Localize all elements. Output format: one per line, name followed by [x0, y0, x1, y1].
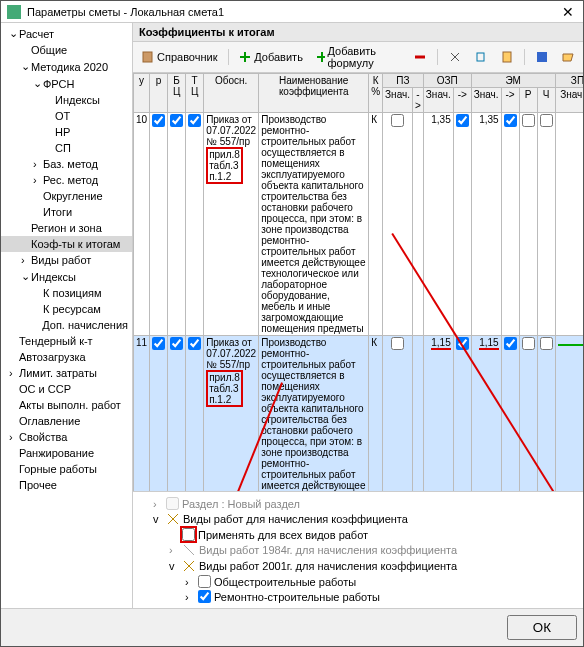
sidebar-item[interactable]: ⌄ФРСН	[1, 75, 132, 92]
toolbar-open-button[interactable]	[557, 49, 579, 65]
cut-icon	[448, 50, 462, 64]
tools-icon	[182, 559, 196, 573]
svg-rect-0	[143, 52, 152, 62]
toolbar-ref-button[interactable]: Справочник	[137, 49, 222, 65]
formula-icon	[315, 50, 326, 64]
apply-all-checkbox[interactable]	[182, 528, 195, 541]
sidebar-item[interactable]: ›Свойства	[1, 429, 132, 445]
col-tc[interactable]: Т Ц	[186, 74, 204, 113]
toolbar-save-button[interactable]	[531, 49, 553, 65]
app-icon	[7, 5, 21, 19]
col-ozp[interactable]: ОЗП	[423, 74, 471, 88]
sidebar-item[interactable]: НР	[1, 124, 132, 140]
bt-1984[interactable]: › Виды работ 1984г. для начисления коэфф…	[137, 542, 579, 558]
col-zpm[interactable]: ЗПМ	[555, 74, 583, 88]
sidebar-item[interactable]: ›Баз. метод	[1, 156, 132, 172]
sidebar-item[interactable]: Общие	[1, 42, 132, 58]
sidebar-item[interactable]: К позициям	[1, 285, 132, 301]
book-icon	[141, 50, 155, 64]
plus-icon	[238, 50, 252, 64]
bt-remont[interactable]: › Ремонтно-строительные работы	[137, 589, 579, 604]
sidebar-item[interactable]: Тендерный к-т	[1, 333, 132, 349]
bottom-tree[interactable]: › Раздел : Новый раздел v Виды работ для…	[133, 491, 583, 608]
open-icon	[561, 50, 575, 64]
ok-button[interactable]: ОК	[507, 615, 577, 640]
titlebar: Параметры сметы - Локальная смета1 ✕	[1, 1, 583, 23]
sidebar-item[interactable]: К ресурсам	[1, 301, 132, 317]
sidebar-item[interactable]: Индексы	[1, 92, 132, 108]
copy-icon	[474, 50, 488, 64]
toolbar-add-formula-button[interactable]: Добавить формулу	[311, 44, 406, 70]
toolbar-cut-button[interactable]	[444, 49, 466, 65]
sidebar-item[interactable]: Округление	[1, 188, 132, 204]
tools-icon	[166, 512, 180, 526]
sidebar-item[interactable]: СП	[1, 140, 132, 156]
sidebar-item[interactable]: ›Рес. метод	[1, 172, 132, 188]
tools-icon	[182, 543, 196, 557]
panel-title: Коэффициенты к итогам	[133, 23, 583, 42]
save-icon	[535, 50, 549, 64]
minus-icon	[413, 50, 427, 64]
sidebar-item[interactable]: ⌄Расчет	[1, 25, 132, 42]
sidebar-item[interactable]: Автозагрузка	[1, 349, 132, 365]
sidebar-item[interactable]: ОС и ССР	[1, 381, 132, 397]
sidebar-item[interactable]: Ранжирование	[1, 445, 132, 461]
sidebar-item[interactable]: Оглавление	[1, 413, 132, 429]
toolbar-paste-button[interactable]	[496, 49, 518, 65]
sidebar-item[interactable]: Горные работы	[1, 461, 132, 477]
table-row[interactable]: 10Приказ от07.07.2022№ 557/прприл.8табл.…	[134, 113, 584, 336]
toolbar-delete-button[interactable]	[409, 49, 431, 65]
col-pz[interactable]: ПЗ	[383, 74, 424, 88]
svg-rect-2	[503, 52, 511, 62]
sidebar-tree[interactable]: ⌄РасчетОбщие⌄Методика 2020⌄ФРСНИндексыОТ…	[1, 23, 133, 608]
bt-vidy-root[interactable]: v Виды работ для начисления коэффициента	[137, 511, 579, 527]
grid-area[interactable]: у р Б Ц Т Ц Обосн. Наименование коэффици…	[133, 73, 583, 491]
sidebar-item[interactable]: Коэф-ты к итогам	[1, 236, 132, 252]
col-name[interactable]: Наименование коэффициента	[259, 74, 369, 113]
sidebar-item[interactable]: Прочее	[1, 477, 132, 493]
footer: ОК	[1, 608, 583, 646]
bt-apply-all[interactable]: Применять для всех видов работ	[137, 527, 579, 542]
sidebar-item[interactable]: ›Лимит. затраты	[1, 365, 132, 381]
window-title: Параметры сметы - Локальная смета1	[27, 6, 559, 18]
svg-rect-1	[477, 53, 484, 61]
close-icon[interactable]: ✕	[559, 4, 577, 20]
bt-2001[interactable]: v Виды работ 2001г. для начисления коэфф…	[137, 558, 579, 574]
sidebar-item[interactable]: Доп. начисления	[1, 317, 132, 333]
col-obosn[interactable]: Обосн.	[204, 74, 259, 113]
sidebar-item[interactable]: ⌄Индексы	[1, 268, 132, 285]
toolbar: Справочник Добавить Добавить формулу	[133, 42, 583, 73]
paste-icon	[500, 50, 514, 64]
col-bc[interactable]: Б Ц	[168, 74, 186, 113]
col-k[interactable]: К %	[369, 74, 383, 113]
col-r[interactable]: р	[150, 74, 168, 113]
sidebar-item[interactable]: ОТ	[1, 108, 132, 124]
sidebar-item[interactable]: ⌄Методика 2020	[1, 58, 132, 75]
col-em[interactable]: ЭМ	[471, 74, 555, 88]
sidebar-item[interactable]: ›Виды работ	[1, 252, 132, 268]
obsch-checkbox[interactable]	[198, 575, 211, 588]
remont-checkbox[interactable]	[198, 590, 211, 603]
bt-obsch[interactable]: › Общестроительные работы	[137, 574, 579, 589]
sidebar-item[interactable]: Регион и зона	[1, 220, 132, 236]
sidebar-item[interactable]: Акты выполн. работ	[1, 397, 132, 413]
col-u[interactable]: у	[134, 74, 150, 113]
table-row[interactable]: 11Приказ от07.07.2022№ 557/прприл.8табл.…	[134, 336, 584, 492]
toolbar-copy-button[interactable]	[470, 49, 492, 65]
sidebar-item[interactable]: Итоги	[1, 204, 132, 220]
bt-razdel: › Раздел : Новый раздел	[137, 496, 579, 511]
svg-rect-3	[537, 52, 547, 62]
toolbar-add-button[interactable]: Добавить	[234, 49, 307, 65]
